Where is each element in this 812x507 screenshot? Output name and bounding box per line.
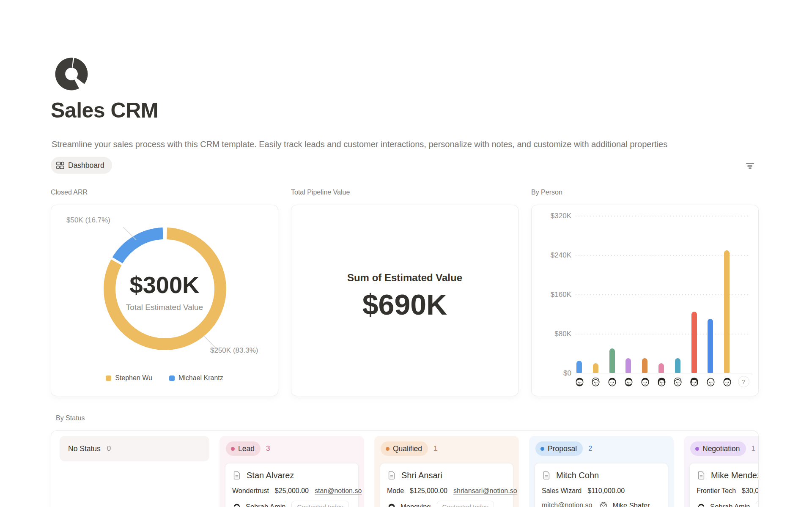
by-person-card: $320K $240K $160K $80K $0 ? (531, 205, 759, 396)
by-person-label: By Person (531, 189, 759, 196)
donut-center: $300K Total Estimated Value (51, 271, 278, 312)
donut-chart-logo-icon (55, 58, 88, 90)
sales-crm-page: Sales CRM Streamline your sales process … (0, 0, 812, 507)
status-pill-qualified: Qualified (381, 441, 428, 456)
filter-icon[interactable] (743, 160, 756, 171)
avatar-mengying (387, 502, 396, 507)
bar-person-2[interactable] (593, 363, 598, 373)
company: Mode (387, 486, 404, 496)
donut-total-caption: Total Estimated Value (51, 303, 278, 312)
contacted-pill[interactable]: Contacted today (756, 501, 759, 507)
card-contact-row: Mengying Contacted today (387, 501, 506, 507)
x-axis-avatar-woman-light (672, 376, 683, 387)
avatar-sohrab-amin (697, 502, 706, 507)
column-lead: Lead 3 Stan Alvarez Wondertrust $25,000.… (219, 436, 364, 507)
closed-arr-label: Closed ARR (51, 189, 278, 196)
email-link[interactable]: stan@notion.so (315, 486, 362, 496)
by-status-board[interactable]: No Status 0 Lead 3 Stan Alvarez (51, 430, 759, 507)
card-properties-row: Mode $125,000.00 shriansari@notion.so (387, 486, 506, 496)
x-axis-avatar-man-balding (705, 376, 716, 387)
status-dot (540, 447, 544, 451)
card-contact-row: Sohrab Amin Contacted today (232, 501, 351, 507)
pipeline-value: $690K (362, 288, 447, 321)
card-shri-ansari[interactable]: Shri Ansari Mode $125,000.00 shriansari@… (380, 463, 513, 507)
x-axis-avatar-man-light (590, 376, 601, 387)
card-contact-row: Sohrab Amin Contacted today (697, 501, 759, 507)
x-axis-avatar-woman-long (656, 376, 667, 387)
pipeline-label: Total Pipeline Value (291, 189, 518, 196)
page-description: Streamline your sales process with this … (52, 140, 711, 149)
column-no-status-count: 0 (107, 444, 111, 453)
by-person-block: By Person $320K $240K $160K $80K $0 ? (531, 189, 759, 196)
by-status-label: By Status (56, 414, 85, 422)
avatar-mike-shafer (599, 501, 608, 507)
by-person-bar-chart (576, 216, 750, 373)
column-negotiation-count: 1 (752, 444, 755, 453)
bar-person-7[interactable] (675, 358, 680, 373)
legend-item-stephen-wu: Stephen Wu (106, 374, 152, 382)
tab-dashboard[interactable]: Dashboard (51, 157, 112, 174)
bar-person-3[interactable] (609, 348, 615, 373)
email-link[interactable]: mitch@notion.so (542, 502, 592, 507)
legend-item-michael-krantz: Michael Krantz (169, 374, 223, 382)
pipeline-card: Sum of Estimated Value $690K (291, 205, 518, 396)
page-title: Sales CRM (51, 98, 158, 123)
card-title-row: Stan Alvarez (232, 469, 351, 481)
x-axis-avatar-man-beard (623, 376, 634, 387)
card-mitch-cohn[interactable]: Mitch Cohn Sales Wizard $110,000.00 mitc… (535, 463, 668, 507)
donut-total-value: $300K (51, 271, 278, 299)
avatar-sohrab-amin (232, 502, 241, 507)
legend-swatch-yellow (106, 375, 111, 381)
x-axis-avatar-woman-bob (689, 376, 700, 387)
closed-arr-block: Closed ARR $300K Total Estimated Value $… (51, 189, 278, 196)
x-axis-avatar-man-beard (574, 376, 585, 387)
y-tick-80k: $80K (535, 330, 571, 338)
pipeline-block: Total Pipeline Value Sum of Estimated Va… (291, 189, 518, 196)
card-properties-row: Wondertrust $25,000.00 stan@notion.so (232, 486, 351, 496)
x-axis-avatar-man-dark (721, 376, 733, 387)
pipeline-caption: Sum of Estimated Value (347, 272, 462, 284)
bar-person-4[interactable] (625, 358, 631, 373)
card-stan-alvarez[interactable]: Stan Alvarez Wondertrust $25,000.00 stan… (225, 463, 359, 507)
company: Frontier Tech (697, 486, 736, 496)
status-pill-negotiation: Negotiation (690, 441, 746, 456)
status-dot (231, 447, 235, 451)
status-pill-lead: Lead (226, 441, 261, 456)
tab-dashboard-label: Dashboard (68, 161, 104, 170)
card-title-row: Shri Ansari (387, 469, 506, 481)
y-tick-160k: $160K (535, 290, 571, 299)
card-mike-mendez[interactable]: Mike Mendez Frontier Tech $30,000.00 Soh… (689, 463, 759, 507)
x-axis-line (576, 373, 752, 373)
y-tick-240k: $240K (535, 251, 571, 260)
page-icon (232, 471, 241, 480)
column-qualified-header: Qualified 1 (380, 441, 513, 456)
contacted-pill[interactable]: Contacted today (437, 501, 494, 507)
x-axis-avatar-man-dark (606, 376, 618, 387)
y-tick-320k: $320K (535, 212, 571, 220)
page-icon (542, 471, 551, 480)
bar-person-8[interactable] (691, 312, 697, 373)
contacted-pill[interactable]: Contacted today (291, 501, 348, 507)
column-proposal-header: Proposal 2 (535, 441, 668, 456)
email-link[interactable]: shriansari@notion.so (453, 486, 517, 496)
bar-person-5[interactable] (642, 358, 647, 373)
x-axis-avatar-man-plain (639, 376, 651, 387)
status-dot (695, 447, 699, 451)
page-icon (387, 471, 396, 480)
slice-label-michael: $50K (16.7%) (66, 216, 110, 225)
column-lead-count: 3 (266, 444, 270, 453)
legend-swatch-blue (169, 375, 175, 381)
card-contact-row: mitch@notion.so Mike Shafer (542, 501, 661, 507)
company: Wondertrust (232, 486, 269, 496)
bar-person-10[interactable] (724, 250, 730, 373)
bar-person-1[interactable] (576, 361, 582, 373)
amount: $25,000.00 (275, 486, 309, 496)
bar-person-9[interactable] (708, 319, 713, 373)
closed-arr-card: $300K Total Estimated Value $50K (16.7%)… (51, 205, 278, 396)
bar-person-6[interactable] (658, 363, 664, 373)
dashboard-grid-icon (56, 162, 64, 170)
amount: $110,000.00 (587, 486, 625, 496)
card-properties-row: Frontier Tech $30,000.00 (697, 486, 759, 496)
card-properties-row: Sales Wizard $110,000.00 (542, 486, 661, 496)
column-no-status-label: No Status (68, 444, 101, 453)
